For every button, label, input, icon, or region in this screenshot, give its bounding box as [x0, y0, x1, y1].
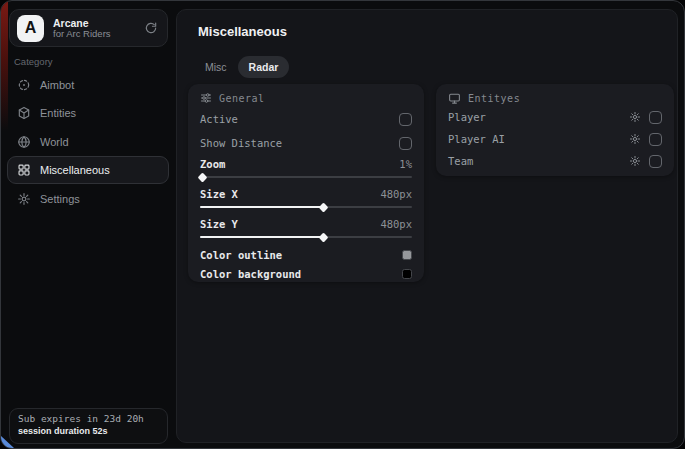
- brand-logo: A: [17, 15, 44, 42]
- general-card-title: General: [219, 93, 265, 104]
- color-label: Color background: [200, 268, 301, 280]
- slider-thumb[interactable]: [198, 172, 208, 182]
- globe-icon: [17, 135, 31, 149]
- sidebar: A Arcane for Arc Riders Category Aimbot …: [1, 1, 176, 448]
- show-distance-row: Show Distance: [200, 132, 412, 154]
- sidebar-item-entities[interactable]: Entities: [7, 99, 169, 127]
- brand-card: A Arcane for Arc Riders: [9, 9, 168, 47]
- entity-row-team: Team: [448, 150, 662, 172]
- active-row: Active: [200, 108, 412, 130]
- slider-label: Size Y: [200, 218, 238, 230]
- color-background-row: Color background: [200, 265, 412, 283]
- slider-track[interactable]: [200, 176, 412, 178]
- app-window: A Arcane for Arc Riders Category Aimbot …: [0, 0, 685, 449]
- entities-card: Entityes Player Player AI Team: [436, 84, 674, 176]
- sidebar-item-label: Miscellaneous: [40, 164, 110, 176]
- slider-label: Zoom: [200, 158, 225, 170]
- page-title: Miscellaneous: [198, 24, 287, 39]
- sidebar-item-label: Aimbot: [40, 79, 74, 91]
- gear-icon: [17, 192, 31, 206]
- sidebar-item-label: World: [40, 136, 69, 148]
- entity-label: Player: [448, 111, 629, 123]
- slider[interactable]: [200, 203, 412, 211]
- sidebar-item-settings[interactable]: Settings: [7, 185, 169, 213]
- toggle-label: Show Distance: [200, 137, 282, 149]
- grid-icon: [17, 163, 31, 177]
- color-swatch[interactable]: [402, 269, 412, 279]
- sidebar-item-world[interactable]: World: [7, 128, 169, 156]
- general-card-header: General: [200, 90, 412, 106]
- slider[interactable]: [200, 233, 412, 241]
- tab-bar: MiscRadar: [194, 56, 289, 78]
- entity-rows: Player Player AI Team: [448, 106, 662, 172]
- color-swatch[interactable]: [402, 250, 412, 260]
- entity-row-player-ai: Player AI: [448, 128, 662, 150]
- sidebar-item-miscellaneous[interactable]: Miscellaneous: [7, 156, 169, 184]
- cube-icon: [17, 106, 31, 120]
- entities-card-header: Entityes: [448, 90, 662, 106]
- sidebar-item-label: Settings: [40, 193, 80, 205]
- checkbox[interactable]: [399, 137, 412, 150]
- slider-value: 480px: [380, 218, 412, 230]
- toggle-label: Active: [200, 113, 238, 125]
- gear-icon[interactable]: [629, 111, 641, 123]
- category-label: Category: [14, 56, 53, 67]
- sub-expiry-text: Sub expires in 23d 20h: [18, 413, 159, 424]
- slider-thumb[interactable]: [319, 232, 329, 242]
- checkbox[interactable]: [649, 133, 662, 146]
- brand-subtitle: for Arc Riders: [53, 29, 144, 40]
- crosshair-icon: [17, 78, 31, 92]
- size-y-row: Size Y 480px: [200, 216, 412, 241]
- session-duration-text: session duration 52s: [18, 426, 159, 436]
- checkbox[interactable]: [649, 155, 662, 168]
- zoom-row: Zoom 1%: [200, 156, 412, 181]
- entity-label: Player AI: [448, 133, 629, 145]
- refresh-icon[interactable]: [144, 21, 158, 35]
- slider-label: Size X: [200, 188, 238, 200]
- tab-radar[interactable]: Radar: [238, 56, 290, 78]
- general-rows: Active Show Distance Zoom 1% Size X 480p…: [200, 108, 412, 283]
- checkbox[interactable]: [399, 113, 412, 126]
- slider-value: 1%: [399, 158, 412, 170]
- entity-row-player: Player: [448, 106, 662, 128]
- slider[interactable]: [200, 173, 412, 181]
- tab-misc[interactable]: Misc: [194, 56, 238, 78]
- slider-fill: [200, 236, 323, 238]
- entities-card-title: Entityes: [468, 93, 520, 104]
- checkbox[interactable]: [649, 111, 662, 124]
- monitor-icon: [448, 92, 461, 105]
- brand-title: Arcane: [53, 17, 144, 29]
- sidebar-item-aimbot[interactable]: Aimbot: [7, 71, 169, 99]
- slider-thumb[interactable]: [319, 202, 329, 212]
- slider-fill: [200, 206, 323, 208]
- subscription-card: Sub expires in 23d 20h session duration …: [9, 408, 168, 444]
- gear-icon[interactable]: [629, 155, 641, 167]
- color-outline-row: Color outline: [200, 246, 412, 264]
- main-panel: Miscellaneous MiscRadar General Active S…: [176, 9, 678, 443]
- sidebar-item-label: Entities: [40, 107, 76, 119]
- size-x-row: Size X 480px: [200, 186, 412, 211]
- general-card: General Active Show Distance Zoom 1% Siz…: [188, 84, 424, 282]
- entity-label: Team: [448, 155, 629, 167]
- color-label: Color outline: [200, 249, 282, 261]
- sidebar-nav: Aimbot Entities World Miscellaneous Sett…: [7, 71, 169, 213]
- slider-value: 480px: [380, 188, 412, 200]
- gear-icon[interactable]: [629, 133, 641, 145]
- sliders-icon: [200, 92, 212, 104]
